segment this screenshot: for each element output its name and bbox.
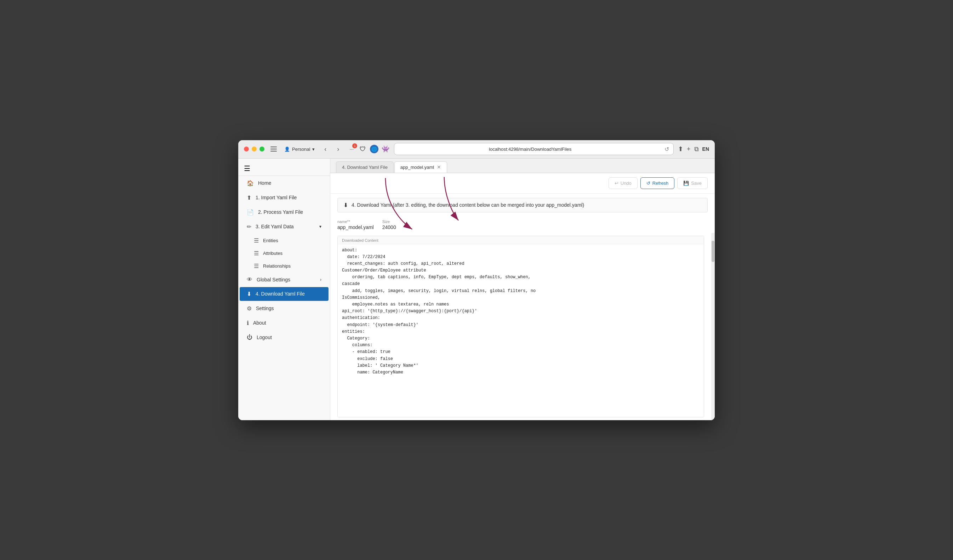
downloaded-section: Downloaded Content about: date: 7/22/202… — [337, 236, 704, 417]
sidebar-sub-edit: ☰ Entities ☰ Attributes ☰ Relationships — [238, 234, 330, 273]
svg-rect-1 — [270, 149, 277, 149]
app-body: ☰ 🏠 Home ⬆ 1. Import Yaml File 📄 2. Proc… — [238, 158, 715, 420]
undo-label: Undo — [621, 180, 632, 186]
about-icon: ℹ — [247, 320, 249, 326]
shield-icon[interactable]: 🛡 — [359, 145, 367, 153]
save-button[interactable]: 💾 Save — [677, 177, 708, 189]
sidebar-item-attributes[interactable]: ☰ Attributes — [247, 247, 329, 259]
browser-titlebar: 👤 Personal ▾ ‹ › ··· 1 🛡 🌐 👾 localhost:4… — [238, 140, 715, 158]
language-button[interactable]: EN — [702, 146, 709, 152]
downloaded-content[interactable]: about: date: 7/22/2024 recent_changes: a… — [338, 244, 704, 417]
download-header-icon: ⬇ — [343, 202, 348, 208]
edit-icon: ✏ — [247, 223, 251, 230]
svg-rect-0 — [270, 147, 277, 147]
size-field-group: Size 24000 — [382, 219, 396, 230]
sidebar-item-settings[interactable]: ⚙ Settings — [240, 302, 329, 315]
sidebar-label-download: 4. Download Yaml File — [256, 291, 305, 296]
relationships-icon: ☰ — [254, 263, 259, 269]
sidebar-label-import: 1. Import Yaml File — [256, 195, 296, 200]
profile-icon: 👤 — [284, 147, 290, 152]
tab-close-button[interactable]: ✕ — [437, 164, 441, 169]
refresh-label: Refresh — [652, 180, 669, 186]
size-field-label: Size — [382, 219, 396, 224]
browser-controls: 👤 Personal ▾ ‹ › — [269, 144, 343, 154]
svg-rect-2 — [270, 151, 277, 152]
save-icon: 💾 — [683, 180, 689, 186]
name-field-group: name** app_model.yaml — [337, 219, 374, 230]
name-field-value: app_model.yaml — [337, 225, 374, 230]
toolbar: ↩ Undo ↺ Refresh 💾 Save — [330, 173, 715, 194]
refresh-button[interactable]: ↺ Refresh — [640, 177, 675, 189]
sidebar-label-settings: Settings — [256, 306, 274, 311]
extension-dots-icon[interactable]: ··· 1 — [347, 145, 356, 153]
scrollbar-thumb[interactable] — [712, 241, 714, 262]
tabs-bar: 4. Download Yaml File app_model.yaml ✕ — [330, 158, 715, 173]
sidebar-item-logout[interactable]: ⏻ Logout — [240, 330, 329, 344]
refresh-icon: ↺ — [646, 180, 650, 186]
global-expand-icon: › — [320, 277, 321, 282]
download-header-text: 4. Download Yaml (after 3. editing, the … — [352, 202, 584, 208]
sidebar-item-edit[interactable]: ✏ 3. Edit Yaml Data ▾ — [240, 220, 329, 234]
browser-actions: ⬆ + ⧉ EN — [678, 145, 709, 153]
sidebar-item-import[interactable]: ⬆ 1. Import Yaml File — [240, 191, 329, 205]
settings-icon: ⚙ — [247, 305, 252, 312]
url-display: localhost:4298/main/DownloadYamlFiles — [399, 147, 662, 152]
content-panel: ↩ Undo ↺ Refresh 💾 Save ⬇ 4. Downloa — [330, 173, 715, 420]
sidebar-item-global-settings[interactable]: 👁 Global Settings › — [240, 273, 329, 286]
profile-button[interactable]: 👤 Personal ▾ — [281, 145, 318, 153]
process-icon: 📄 — [247, 209, 254, 216]
import-icon: ⬆ — [247, 194, 251, 201]
undo-icon: ↩ — [615, 180, 618, 186]
sidebar-item-process[interactable]: 📄 2. Process Yaml File — [240, 205, 329, 219]
extension-badge: 1 — [352, 143, 357, 148]
close-button[interactable] — [244, 147, 249, 152]
address-bar[interactable]: localhost:4298/main/DownloadYamlFiles ↺ — [394, 143, 674, 155]
sidebar-item-about[interactable]: ℹ About — [240, 316, 329, 330]
undo-button[interactable]: ↩ Undo — [608, 177, 638, 189]
sidebar-label-about: About — [253, 320, 266, 326]
profile-avatar-icon[interactable]: 🌐 — [370, 145, 379, 153]
name-field-label: name** — [337, 219, 374, 224]
extension-avatar-icon[interactable]: 👾 — [381, 145, 390, 153]
share-button[interactable]: ⬆ — [678, 145, 683, 153]
sidebar-item-home[interactable]: 🏠 Home — [240, 176, 329, 190]
expand-icon: ▾ — [319, 224, 321, 229]
traffic-lights — [244, 147, 264, 152]
global-settings-icon: 👁 — [247, 276, 252, 283]
tab-app-model[interactable]: app_model.yaml ✕ — [394, 161, 447, 173]
duplicate-button[interactable]: ⧉ — [694, 146, 699, 153]
back-button[interactable]: ‹ — [320, 144, 330, 154]
sidebar-item-entities[interactable]: ☰ Entities — [247, 234, 329, 247]
sidebar-label-attributes: Attributes — [263, 251, 282, 256]
entities-icon: ☰ — [254, 237, 259, 244]
sidebar-item-download[interactable]: ⬇ 4. Download Yaml File — [240, 287, 329, 301]
sidebar-item-relationships[interactable]: ☰ Relationships — [247, 260, 329, 272]
sidebar-toggle-button[interactable] — [269, 144, 279, 154]
save-label: Save — [691, 180, 702, 186]
sidebar-label-global-settings: Global Settings — [257, 277, 290, 282]
hamburger-icon[interactable]: ☰ — [244, 164, 250, 173]
reload-icon[interactable]: ↺ — [664, 146, 669, 152]
scrollbar-track[interactable] — [711, 233, 715, 420]
panel-with-scroll: Downloaded Content about: date: 7/22/202… — [330, 233, 715, 420]
tab-download-yaml[interactable]: 4. Download Yaml File — [336, 161, 394, 173]
sidebar-label-relationships: Relationships — [263, 264, 291, 269]
minimize-button[interactable] — [252, 147, 257, 152]
forward-button[interactable]: › — [333, 144, 343, 154]
sidebar-label-logout: Logout — [257, 335, 272, 340]
browser-extensions: ··· 1 🛡 🌐 👾 — [347, 145, 390, 153]
sidebar-label-process: 2. Process Yaml File — [258, 209, 303, 215]
maximize-button[interactable] — [259, 147, 264, 152]
download-icon: ⬇ — [247, 291, 251, 297]
downloaded-content-label: Downloaded Content — [338, 236, 704, 244]
sidebar: ☰ 🏠 Home ⬆ 1. Import Yaml File 📄 2. Proc… — [238, 158, 330, 420]
main-content: 4. Download Yaml File app_model.yaml ✕ ↩… — [330, 158, 715, 420]
sidebar-label-edit: 3. Edit Yaml Data — [256, 224, 294, 230]
sidebar-label-entities: Entities — [263, 238, 278, 243]
attributes-icon: ☰ — [254, 250, 259, 257]
tab-app-model-label: app_model.yaml — [400, 164, 434, 170]
new-tab-button[interactable]: + — [687, 146, 691, 153]
fields-row: name** app_model.yaml Size 24000 — [330, 217, 715, 233]
profile-label: Personal — [292, 147, 310, 152]
sidebar-label-home: Home — [258, 180, 271, 186]
